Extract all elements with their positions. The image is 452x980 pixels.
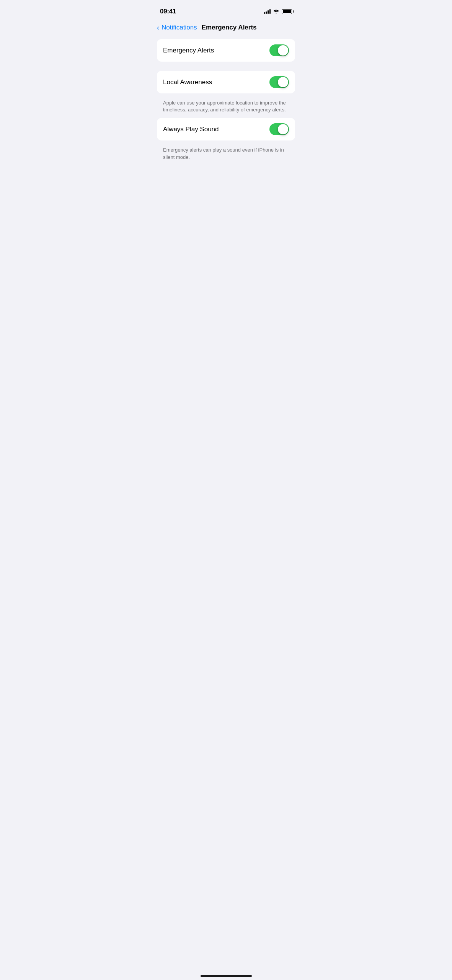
always-play-sound-row: Always Play Sound	[157, 118, 295, 140]
always-play-sound-label: Always Play Sound	[163, 126, 219, 133]
status-bar: 09:41	[151, 0, 301, 21]
nav-header: ‹ Notifications Emergency Alerts	[151, 21, 301, 36]
local-awareness-section: Local Awareness Apple can use your appro…	[157, 71, 295, 165]
battery-icon	[282, 9, 292, 14]
local-awareness-toggle[interactable]	[269, 76, 289, 88]
emergency-alerts-card: Emergency Alerts	[157, 39, 295, 62]
always-play-sound-description: Emergency alerts can play a sound even i…	[157, 144, 295, 165]
emergency-alerts-label: Emergency Alerts	[163, 47, 214, 54]
toggle-thumb-3	[278, 124, 288, 134]
emergency-alerts-section: Emergency Alerts	[157, 39, 295, 62]
emergency-alerts-row: Emergency Alerts	[157, 39, 295, 62]
status-time: 09:41	[160, 8, 176, 15]
wifi-icon	[273, 9, 279, 14]
local-awareness-card: Local Awareness	[157, 71, 295, 93]
back-button[interactable]: ‹ Notifications	[157, 24, 197, 31]
signal-bars-icon	[264, 9, 271, 14]
local-awareness-label: Local Awareness	[163, 78, 212, 86]
always-play-sound-card: Always Play Sound	[157, 118, 295, 140]
local-awareness-description: Apple can use your approximate location …	[157, 96, 295, 118]
status-icons	[264, 9, 292, 14]
toggle-thumb	[278, 45, 288, 56]
content: Emergency Alerts Local Awareness Apple c…	[151, 36, 301, 165]
toggle-thumb-2	[278, 77, 288, 87]
emergency-alerts-toggle[interactable]	[269, 44, 289, 56]
page-title: Emergency Alerts	[202, 24, 257, 31]
back-chevron-icon: ‹	[157, 24, 159, 31]
local-awareness-row: Local Awareness	[157, 71, 295, 93]
always-play-sound-toggle[interactable]	[269, 123, 289, 135]
back-label: Notifications	[162, 24, 197, 31]
